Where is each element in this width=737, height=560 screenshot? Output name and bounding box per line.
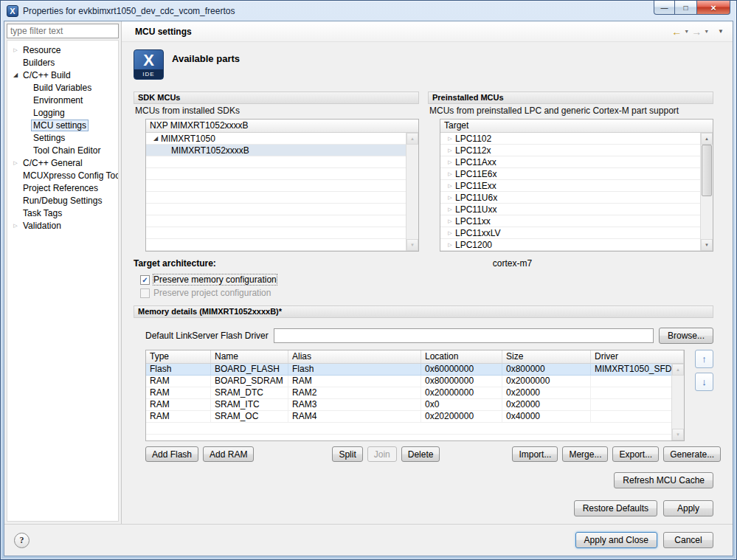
scrollbar-thumb[interactable] (702, 145, 712, 196)
tree-collapsed-arrow-icon[interactable]: ▷ (445, 156, 455, 168)
scroll-down-icon[interactable]: ▼ (672, 429, 684, 440)
preinstalled-mcu-item-lpc11exx[interactable]: ▷LPC11Exx (440, 180, 713, 192)
memory-column-header-type[interactable]: Type (146, 350, 211, 363)
scroll-up-icon[interactable]: ▲ (701, 133, 713, 145)
restore-defaults-button[interactable]: Restore Defaults (574, 500, 657, 516)
sidebar-item-c-c-build[interactable]: ◢C/C++ Build (7, 69, 118, 81)
sidebar-item-c-c-general[interactable]: ▷C/C++ General (7, 156, 118, 169)
export-button[interactable]: Export... (612, 446, 659, 462)
preserve-project-label[interactable]: Preserve project configuration (153, 288, 271, 298)
scrollbar-track[interactable] (672, 376, 684, 429)
tree-collapsed-arrow-icon[interactable]: ▷ (445, 238, 455, 251)
tree-collapsed-arrow-icon[interactable]: ▷ (10, 219, 21, 232)
sidebar-item-tool-chain-editor[interactable]: Tool Chain Editor (7, 144, 118, 156)
memory-row[interactable]: RAMSRAM_DTCRAM20x200000000x20000 (146, 387, 684, 399)
sdk-mcus-scrollbar[interactable]: ▲ ▼ (406, 133, 418, 251)
memory-column-header-alias[interactable]: Alias (288, 350, 421, 363)
sidebar-item-logging[interactable]: Logging (7, 106, 118, 119)
tree-collapsed-arrow-icon[interactable]: ▷ (445, 191, 455, 204)
preinstalled-mcu-item-lpc11axx[interactable]: ▷LPC11Axx (440, 156, 713, 168)
tree-collapsed-arrow-icon[interactable]: ▷ (445, 203, 455, 215)
tree-collapsed-arrow-icon[interactable]: ▷ (445, 132, 455, 145)
browse-button[interactable]: Browse... (659, 328, 713, 344)
memory-column-header-driver[interactable]: Driver (591, 350, 684, 363)
preinstalled-mcu-item-lpc11u6x[interactable]: ▷LPC11U6x (440, 192, 713, 204)
tree-expanded-arrow-icon[interactable]: ◢ (150, 132, 161, 145)
preinstalled-mcu-item-lpc11uxx[interactable]: ▷LPC11Uxx (440, 204, 713, 215)
move-down-button[interactable]: ↓ (695, 373, 713, 391)
scroll-down-icon[interactable]: ▼ (406, 239, 418, 251)
forward-history-dropdown-icon[interactable]: ▼ (704, 29, 709, 34)
sidebar-item-run-debug-settings[interactable]: Run/Debug Settings (7, 194, 118, 207)
preinstalled-mcu-item-lpc1102[interactable]: ▷LPC1102 (440, 133, 713, 145)
tree-collapsed-arrow-icon[interactable]: ▷ (445, 227, 455, 239)
scrollbar-track[interactable] (406, 145, 418, 239)
tree-collapsed-arrow-icon[interactable]: ▷ (445, 167, 455, 180)
view-menu-icon[interactable]: ▼ (718, 28, 724, 35)
import-button[interactable]: Import... (512, 446, 558, 462)
add-ram-button[interactable]: Add RAM (203, 446, 254, 462)
memory-column-header-name[interactable]: Name (211, 350, 288, 363)
tree-collapsed-arrow-icon[interactable]: ▷ (10, 156, 21, 169)
preinstalled-mcu-item-lpc112x[interactable]: ▷LPC112x (440, 145, 713, 156)
move-up-button[interactable]: ↑ (695, 350, 713, 368)
memory-row[interactable]: RAMSRAM_OCRAM40x202000000x40000 (146, 411, 684, 423)
sidebar-item-mcu-settings[interactable]: MCU settings (7, 119, 118, 131)
join-button[interactable]: Join (367, 446, 397, 462)
delete-button[interactable]: Delete (401, 446, 440, 462)
sidebar-item-builders[interactable]: Builders (7, 56, 118, 69)
back-icon[interactable]: ← (671, 26, 682, 38)
sdk-mcu-item-mimxrt1050[interactable]: ◢MIMXRT1050 (146, 133, 418, 145)
sidebar-item-environment[interactable]: Environment (7, 94, 118, 106)
tree-collapsed-arrow-icon[interactable]: ▷ (445, 144, 455, 156)
preinstalled-mcu-item-lpc11xx[interactable]: ▷LPC11xx (440, 215, 713, 227)
sidebar-item-validation[interactable]: ▷Validation (7, 219, 118, 232)
sidebar-item-resource[interactable]: ▷Resource (7, 44, 118, 56)
close-button[interactable]: × (696, 1, 730, 15)
memory-column-header-location[interactable]: Location (421, 350, 502, 363)
refresh-mcu-cache-button[interactable]: Refresh MCU Cache (614, 472, 713, 488)
sdk-mcu-item-mimxrt1052xxxxb[interactable]: MIMXRT1052xxxxB (146, 145, 418, 156)
memory-row[interactable]: RAMBOARD_SDRAMRAM0x800000000x2000000 (146, 376, 684, 387)
preserve-memory-checkbox[interactable]: ✓ (140, 275, 150, 285)
forward-icon[interactable]: → (691, 26, 702, 38)
sidebar-item-project-references[interactable]: Project References (7, 182, 118, 194)
sidebar-item-settings[interactable]: Settings (7, 131, 118, 144)
memory-column-header-size[interactable]: Size (502, 350, 591, 363)
help-button[interactable]: ? (14, 533, 30, 548)
tree-collapsed-arrow-icon[interactable]: ▷ (10, 44, 21, 56)
scrollbar-track[interactable] (701, 145, 713, 239)
memory-row[interactable]: FlashBOARD_FLASHFlash0x600000000x800000M… (146, 364, 684, 376)
sdk-mcus-column-header[interactable]: NXP MIMXRT1052xxxxB (146, 120, 418, 133)
apply-and-close-button[interactable]: Apply and Close (575, 532, 657, 548)
preinstalled-column-header[interactable]: Target (440, 120, 713, 133)
sidebar-item-mcuxpresso-config-tools[interactable]: MCUXpresso Config Tools (7, 169, 118, 182)
preinstalled-mcu-item-lpc1200[interactable]: ▷LPC1200 (440, 239, 713, 251)
memory-row[interactable]: RAMSRAM_ITCRAM30x00x20000 (146, 399, 684, 411)
maximize-button[interactable]: □ (675, 1, 696, 15)
merge-button[interactable]: Merge... (562, 446, 608, 462)
preserve-memory-label[interactable]: Preserve memory configuration (153, 274, 277, 285)
tree-collapsed-arrow-icon[interactable]: ▷ (445, 179, 455, 192)
preinstalled-mcu-item-lpc11e6x[interactable]: ▷LPC11E6x (440, 168, 713, 180)
add-flash-button[interactable]: Add Flash (145, 446, 198, 462)
preinstalled-mcu-item-lpc11xxlv[interactable]: ▷LPC11xxLV (440, 227, 713, 239)
preinstalled-scrollbar[interactable]: ▲ ▼ (700, 133, 713, 251)
tree-expanded-arrow-icon[interactable]: ◢ (10, 69, 21, 81)
generate-button[interactable]: Generate... (663, 446, 721, 462)
sidebar-item-build-variables[interactable]: Build Variables (7, 81, 118, 94)
preserve-project-checkbox[interactable] (140, 288, 150, 298)
split-button[interactable]: Split (332, 446, 362, 462)
scroll-down-icon[interactable]: ▼ (701, 239, 713, 251)
memory-table-scrollbar[interactable]: ▲ ▼ (671, 364, 684, 440)
titlebar[interactable]: X Properties for evkbimxrt1050_dev_cdc_v… (1, 1, 736, 21)
scroll-up-icon[interactable]: ▲ (406, 133, 418, 145)
filter-input[interactable] (7, 24, 119, 38)
tree-collapsed-arrow-icon[interactable]: ▷ (445, 215, 455, 227)
flash-driver-input[interactable] (274, 328, 654, 343)
cancel-button[interactable]: Cancel (663, 532, 713, 548)
minimize-button[interactable]: — (654, 1, 675, 15)
scroll-up-icon[interactable]: ▲ (672, 364, 684, 376)
sidebar-item-task-tags[interactable]: Task Tags (7, 207, 118, 219)
apply-button[interactable]: Apply (663, 500, 713, 516)
